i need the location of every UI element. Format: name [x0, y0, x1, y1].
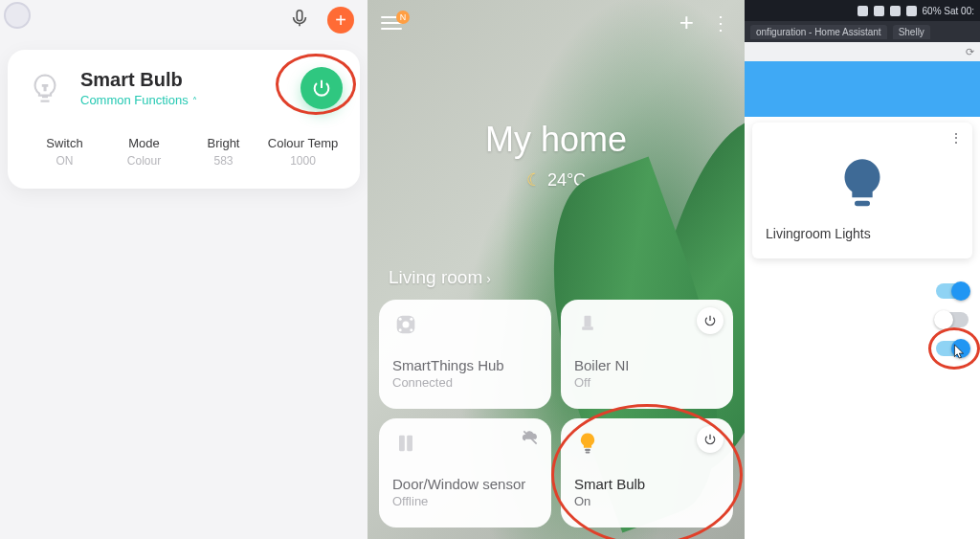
hamburger-menu-button[interactable]: N: [381, 16, 402, 30]
more-options-button[interactable]: ⋮: [711, 11, 731, 34]
tile-title: Boiler NI: [574, 357, 720, 373]
chevron-right-icon: ›: [486, 271, 491, 286]
svg-rect-10: [399, 436, 405, 451]
svg-rect-11: [407, 436, 412, 451]
device-title: Smart Bulb: [80, 69, 285, 91]
volume-icon: [890, 6, 901, 16]
svg-point-5: [410, 318, 412, 321]
tuya-app-panel: + T Smart Bulb Common Functions ˄: [0, 0, 368, 539]
tile-door-window-sensor[interactable]: Door/Window sensor Offline: [379, 418, 551, 528]
browser-tab[interactable]: onfiguration - Home Assistant: [750, 25, 887, 39]
sensor-icon: [392, 430, 419, 457]
tile-status: Off: [574, 375, 720, 390]
stat-colour-temp[interactable]: Colour Temp 1000: [263, 136, 343, 168]
tile-title: Door/Window sensor: [392, 476, 538, 492]
hub-icon: [392, 311, 419, 338]
toggle-switch[interactable]: [936, 283, 969, 299]
moon-icon: ☾: [526, 170, 542, 190]
svg-point-3: [403, 322, 410, 328]
bulb-on-icon: [574, 430, 601, 457]
home-assistant-panel: 60% Sat 00: onfiguration - Home Assistan…: [745, 0, 980, 539]
panel1-topbar: +: [0, 0, 368, 40]
tile-smart-bulb[interactable]: Smart Bulb On: [561, 418, 733, 528]
wifi-icon: [874, 6, 884, 16]
refresh-icon[interactable]: ⟳: [966, 46, 974, 58]
stat-switch[interactable]: Switch ON: [25, 136, 104, 168]
svg-rect-9: [582, 326, 593, 330]
notification-badge: N: [396, 11, 410, 24]
statusbar-text: 60% Sat 00:: [923, 6, 974, 16]
svg-rect-14: [586, 452, 590, 454]
tile-title: Smart Bulb: [574, 476, 720, 492]
add-button[interactable]: +: [679, 8, 694, 37]
browser-tab-bar: onfiguration - Home Assistant Shelly: [745, 21, 980, 42]
card-title: Livingroom Lights: [766, 226, 959, 241]
bulb-outline-icon: T: [25, 68, 65, 108]
tile-boiler[interactable]: Boiler NI Off: [561, 300, 733, 409]
stat-bright[interactable]: Bright 583: [184, 136, 263, 168]
bluetooth-icon: [858, 6, 868, 16]
tile-power-button[interactable]: [697, 426, 724, 453]
browser-toolbar: ⟳: [745, 42, 980, 61]
chevron-up-icon: ˄: [190, 96, 198, 106]
bulb-icon[interactable]: [829, 151, 896, 218]
device-card[interactable]: T Smart Bulb Common Functions ˄ Switch O…: [8, 50, 360, 189]
offline-cloud-icon: [521, 428, 540, 451]
light-card[interactable]: ⋮ Livingroom Lights: [752, 123, 972, 258]
tile-power-button[interactable]: [697, 307, 724, 334]
tile-status: Connected: [392, 375, 538, 390]
microphone-icon[interactable]: [289, 8, 310, 33]
svg-point-7: [410, 328, 412, 331]
toggle-switch[interactable]: [936, 312, 969, 327]
ha-header-bar: [745, 61, 980, 117]
system-status-bar: 60% Sat 00:: [745, 0, 980, 21]
tile-smartthings-hub[interactable]: SmartThings Hub Connected: [379, 300, 551, 409]
svg-rect-0: [297, 11, 302, 21]
svg-point-6: [399, 328, 402, 331]
assistant-avatar-icon[interactable]: [4, 2, 31, 29]
battery-icon: [906, 6, 917, 16]
tile-status: On: [574, 494, 720, 508]
svg-point-4: [399, 318, 402, 321]
weather-widget[interactable]: ☾24°C: [368, 169, 745, 191]
panel2-topbar: N + ⋮: [368, 0, 745, 37]
power-button[interactable]: [301, 67, 343, 109]
svg-rect-15: [855, 201, 870, 206]
toggle-list: [745, 283, 980, 356]
svg-text:T: T: [43, 83, 48, 92]
svg-rect-13: [585, 449, 590, 451]
add-device-button[interactable]: +: [327, 7, 354, 34]
svg-rect-8: [585, 316, 591, 327]
boiler-icon: [574, 311, 601, 338]
tile-status: Offline: [392, 494, 538, 508]
tile-title: SmartThings Hub: [392, 357, 538, 373]
toggle-switch[interactable]: [936, 341, 969, 356]
device-stats-row: Switch ON Mode Colour Bright 583 Colour …: [25, 136, 343, 168]
browser-tab[interactable]: Shelly: [893, 25, 930, 39]
stat-mode[interactable]: Mode Colour: [104, 136, 184, 168]
home-title: My home: [368, 120, 745, 160]
common-functions-toggle[interactable]: Common Functions ˄: [80, 93, 285, 107]
smartthings-app-panel: N + ⋮ My home ☾24°C Living room› SmartTh…: [368, 0, 745, 539]
card-menu-button[interactable]: ⋮: [949, 130, 963, 146]
